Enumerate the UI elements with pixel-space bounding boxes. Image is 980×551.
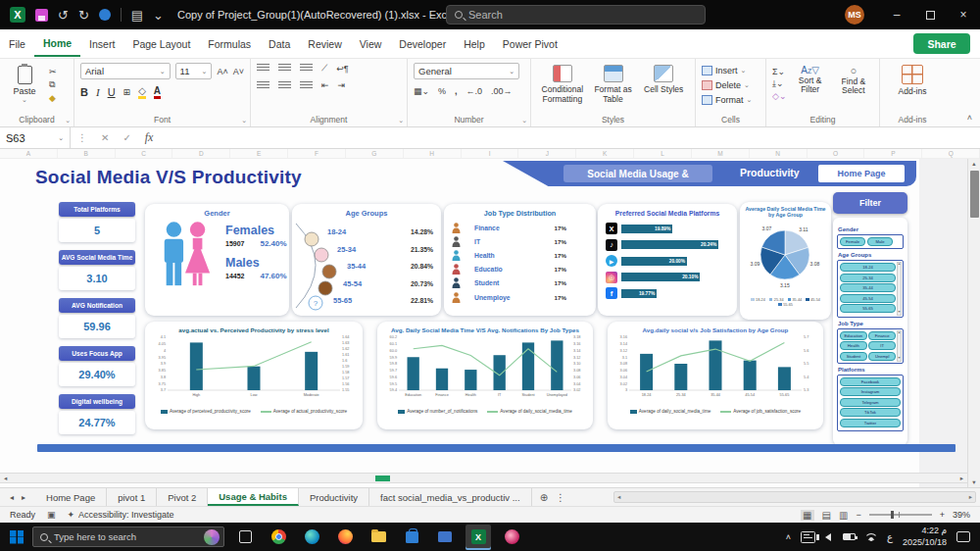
jobtypes-notifications-chart[interactable]: Avg. Daily Social Media Time V/S Avg. No… xyxy=(377,322,593,429)
column-header-D[interactable]: D xyxy=(172,149,230,158)
minimize-button[interactable]: – xyxy=(880,0,913,29)
user-avatar[interactable]: MS xyxy=(845,5,864,25)
menu-tab-developer[interactable]: Developer xyxy=(390,32,455,56)
column-header-E[interactable]: E xyxy=(230,149,288,158)
column-header-B[interactable]: B xyxy=(58,149,116,158)
shrink-font-icon[interactable]: A˅ xyxy=(233,67,244,76)
column-header-P[interactable]: P xyxy=(864,149,922,158)
slicer-item[interactable]: TikTok xyxy=(840,408,901,417)
column-header-M[interactable]: M xyxy=(692,149,750,158)
sheet-tab-pivot-2[interactable]: Pivot 2 xyxy=(157,488,208,506)
menu-tab-page-layout[interactable]: Page Layout xyxy=(123,32,199,56)
zoom-slider[interactable] xyxy=(869,514,932,516)
excel-taskbar-icon[interactable]: X xyxy=(466,525,491,550)
slicer-item[interactable]: 35-44 xyxy=(840,283,896,292)
format-cells-button[interactable]: Format⌄ xyxy=(702,92,760,107)
menu-tab-home[interactable]: Home xyxy=(34,31,80,57)
cut-icon[interactable]: ✂ xyxy=(49,67,57,76)
scroll-down-icon[interactable]: ▾ xyxy=(968,478,980,486)
underline-button[interactable]: U xyxy=(108,86,116,98)
undo-icon[interactable]: ↺ xyxy=(58,8,69,23)
decrease-indent-icon[interactable]: ⇤ xyxy=(321,80,329,90)
sheet-nav-right-icon[interactable]: ▸ xyxy=(22,493,25,502)
start-button[interactable] xyxy=(10,530,24,544)
scroll-left-icon[interactable]: ◂ xyxy=(4,475,7,482)
close-button[interactable]: × xyxy=(947,0,980,29)
worksheet[interactable]: Social Media V/S Productivity Social Med… xyxy=(0,159,980,487)
quick-access-icon[interactable] xyxy=(99,9,111,21)
sheet-nav-left-icon[interactable]: ◂ xyxy=(10,493,14,502)
menu-tab-insert[interactable]: Insert xyxy=(80,32,123,56)
font-dialog-launcher[interactable]: ⌄ xyxy=(241,117,247,125)
align-bottom-icon[interactable] xyxy=(300,64,313,73)
slicer-item[interactable]: IT xyxy=(868,341,896,350)
copy-icon[interactable]: ⧉ xyxy=(49,79,57,90)
scroll-thumb[interactable] xyxy=(375,476,390,481)
slicer-item[interactable]: 55-65 xyxy=(840,304,896,313)
mail-icon[interactable] xyxy=(432,525,458,550)
stress-productivity-chart[interactable]: avg.actual vs. Perceived Productivity by… xyxy=(145,322,363,429)
align-top-icon[interactable] xyxy=(257,64,270,73)
vertical-scrollbar[interactable]: ▴ ▾ xyxy=(967,159,980,487)
column-header-N[interactable]: N xyxy=(750,149,808,158)
battery-icon[interactable] xyxy=(843,533,856,540)
sort-filter-button[interactable]: AZ▽ Sort & Filter xyxy=(790,63,829,101)
slicer-scrollbar[interactable]: ▲▼ xyxy=(897,330,902,362)
accounting-format-icon[interactable]: ▦⌄ xyxy=(414,86,429,96)
slicer-item[interactable]: 18-24 xyxy=(840,263,896,272)
scroll-right-icon[interactable]: ▸ xyxy=(960,475,963,482)
firefox-icon[interactable] xyxy=(332,525,358,550)
number-dialog-launcher[interactable]: ⌄ xyxy=(521,117,527,125)
horizontal-scrollbar[interactable]: ◂ ▸ xyxy=(0,473,967,483)
formula-input[interactable] xyxy=(160,127,980,148)
sheet-tab-fact-social-media-vs-productiv-[interactable]: fact social_media_vs_productiv ... xyxy=(369,488,532,506)
menu-tab-data[interactable]: Data xyxy=(260,32,299,56)
font-color-icon[interactable]: A xyxy=(154,85,161,99)
fill-icon[interactable]: ⤓⌄ xyxy=(772,78,786,89)
menu-tab-formulas[interactable]: Formulas xyxy=(199,32,260,56)
clock[interactable]: 4:22 م 2025/10/18 xyxy=(903,526,947,548)
tab-scroll-right-icon[interactable]: ▸ xyxy=(969,493,972,501)
macro-record-icon[interactable]: ▣ xyxy=(47,510,56,520)
maximize-button[interactable] xyxy=(913,0,947,29)
zoom-out-icon[interactable]: − xyxy=(856,510,860,520)
orientation-icon[interactable]: ⟋ xyxy=(321,63,327,74)
scroll-up-icon[interactable]: ▴ xyxy=(968,160,980,168)
column-header-F[interactable]: F xyxy=(288,149,346,158)
menu-tab-file[interactable]: File xyxy=(0,32,34,56)
home-page-button[interactable]: Home Page xyxy=(818,165,905,182)
slicer-item[interactable]: Student xyxy=(840,352,867,361)
menu-tab-view[interactable]: View xyxy=(351,32,391,56)
slicer-item[interactable]: Finance xyxy=(868,331,896,340)
sheet-tab-usage-habits[interactable]: Usage & Habits xyxy=(208,488,299,506)
comma-style-icon[interactable]: , xyxy=(455,86,458,96)
avg-time-pie-card[interactable]: Average Daily Social Media Time by Age G… xyxy=(740,202,831,320)
column-header-A[interactable]: A xyxy=(0,149,58,158)
language-indicator[interactable]: ع xyxy=(887,531,893,542)
align-left-icon[interactable] xyxy=(257,81,270,90)
column-header-Q[interactable]: Q xyxy=(922,149,980,158)
align-center-icon[interactable] xyxy=(278,81,291,90)
clear-icon[interactable]: ◇⌄ xyxy=(772,91,786,101)
page-break-view-icon[interactable]: ▥ xyxy=(839,510,848,521)
save-icon[interactable] xyxy=(35,9,48,22)
column-header-I[interactable]: I xyxy=(462,149,519,158)
slicer-item[interactable]: 45-54 xyxy=(840,294,896,303)
slicer-item[interactable]: Twitter xyxy=(840,419,901,427)
agegroup-satisfaction-chart[interactable]: Avg.daily social v/s Job Satisfaction by… xyxy=(608,322,823,429)
store-icon[interactable] xyxy=(399,525,424,550)
job-type-card[interactable]: Job Type Distribution Finance17%IT17%Hea… xyxy=(444,204,596,316)
borders-icon[interactable]: ⊞ xyxy=(123,87,131,97)
sheet-options-icon[interactable]: ⋮ xyxy=(556,492,565,503)
hidden-icons-chevron[interactable]: ˄ xyxy=(786,532,791,542)
news-widget-icon[interactable] xyxy=(801,531,815,543)
addins-button[interactable]: Add-ins xyxy=(886,63,939,97)
conditional-formatting-button[interactable]: Conditional Formatting xyxy=(537,63,588,105)
italic-button[interactable]: I xyxy=(96,86,100,98)
column-header-C[interactable]: C xyxy=(116,149,173,158)
slicer-scroll-up-icon[interactable]: ▲ xyxy=(898,263,901,267)
formula-bar-menu-icon[interactable]: ⋮ xyxy=(71,132,94,143)
redo-icon[interactable]: ↻ xyxy=(78,8,89,23)
volume-icon[interactable] xyxy=(825,533,831,541)
bold-button[interactable]: B xyxy=(80,86,88,98)
